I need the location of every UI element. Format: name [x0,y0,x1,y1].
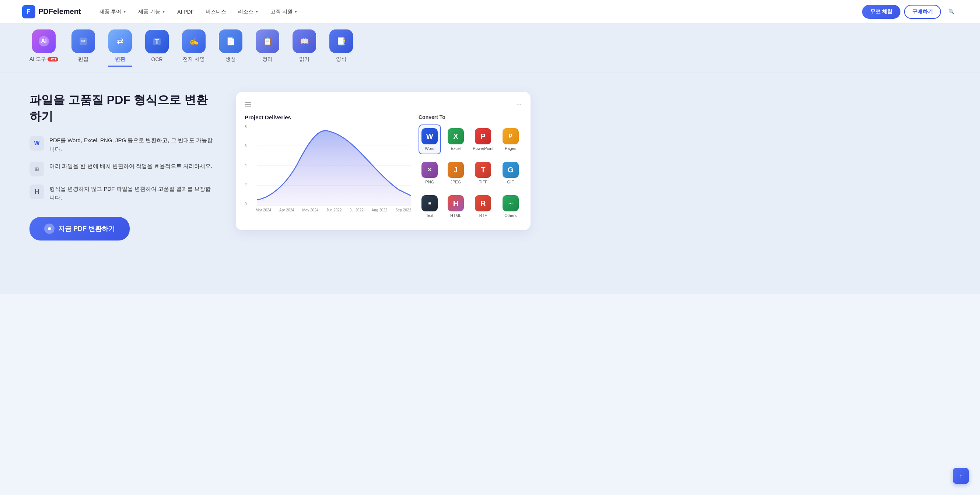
convert-grid: W Word X Excel P PowerPoint [418,124,522,221]
cta-label: 지금 PDF 변환하기 [58,224,115,233]
cat-item-sign[interactable]: ✍ 전자 서명 [182,30,205,67]
cat-icon-form: 📑 [329,30,353,53]
cat-item-form[interactable]: 📑 양식 [329,30,353,67]
svg-text:AI: AI [41,38,47,44]
chevron-down-icon-features: ▼ [162,10,165,14]
cat-label-edit: 편집 [78,56,88,63]
convert-item-gif[interactable]: G GIF [499,158,522,188]
nav-label-features: 제품 기능 [138,8,160,15]
convert-item-ppt[interactable]: P PowerPoint [471,124,496,154]
feature-icon-2: ⊞ [29,162,44,176]
convert-label-gif: GIF [508,180,514,184]
cat-item-ai[interactable]: AI AI 도구 HOT [29,30,58,67]
feature-icon-3: H [29,184,44,199]
convert-label-excel: Excel [450,146,461,151]
convert-icon-word: W [422,128,438,144]
convert-label-text: Text [426,213,433,218]
x-label-3: May 2024 [302,208,318,212]
logo-icon: F [22,5,35,18]
convert-label-word: Word [425,146,434,151]
chevron-down-icon-tour: ▼ [123,10,126,14]
convert-item-others[interactable]: ··· Others [499,192,522,221]
x-label-2: Apr 2024 [279,208,294,212]
convert-label-html: HTML [450,213,461,218]
feature-item-3: H 형식을 변경하지 않고 PDF 파일을 변환하여 고품질 결과를 보장합니다… [29,184,214,202]
nav-label-ai: AI PDF [177,9,194,15]
nav-item-tour[interactable]: 제품 투어 ▼ [94,6,132,18]
logo-text: PDFelement [38,7,81,16]
svg-text:✏: ✏ [81,38,86,44]
menu-dots-icon[interactable]: ··· [516,100,522,108]
convert-item-jpeg[interactable]: J JPEG [445,158,467,188]
cat-icon-organize: 📋 [256,30,279,53]
svg-text:T: T [155,38,159,46]
nav-label-resources: 리소스 [238,8,253,15]
x-label-6: Aug 2022 [372,208,388,212]
cta-button[interactable]: ⊕ 지금 PDF 변환하기 [29,217,130,241]
nav-item-features[interactable]: 제품 기능 ▼ [133,6,170,18]
convert-icon-png: ✕ [422,162,438,178]
convert-item-png[interactable]: ✕ PNG [418,158,441,188]
cat-icon-ai: AI [32,30,56,53]
cat-item-ocr[interactable]: T OCR [145,30,169,66]
cat-item-organize[interactable]: 📋 정리 [256,30,279,67]
cat-label-ai: AI 도구 HOT [29,56,58,63]
cat-label-read: 읽기 [299,56,309,63]
cat-item-convert[interactable]: ⇄ 변환 [108,30,132,67]
cat-label-convert: 변환 [115,56,125,63]
nav-item-resources[interactable]: 리소스 ▼ [233,6,264,18]
cat-icon-sign: ✍ [182,30,205,53]
free-trial-button[interactable]: 무료 체험 [862,5,900,19]
nav-item-biz[interactable]: 비즈니스 [200,6,231,18]
feature-text-1: PDF를 Word, Excel, PNG, JPG 등으로 변환하고, 그 반… [49,136,214,154]
header: F PDFelement 제품 투어 ▼ 제품 기능 ▼ AI PDF 비즈니스… [0,0,980,24]
convert-label-rtf: RTF [479,213,487,218]
convert-item-tiff[interactable]: T TIFF [471,158,496,188]
convert-item-excel[interactable]: X Excel [445,124,467,154]
convert-icon-html: H [448,195,464,211]
cat-icon-create: 📄 [219,30,242,53]
main-content: 파일을 고품질 PDF 형식으로 변환하기 W PDF를 Word, Excel… [0,73,980,294]
cat-icon-edit: ✏ [72,30,95,53]
cat-item-create[interactable]: 📄 생성 [219,30,242,67]
convert-item-html[interactable]: H HTML [445,192,467,221]
convert-item-word[interactable]: W Word [418,124,441,154]
convert-label-ppt: PowerPoint [473,146,493,151]
left-section: 파일을 고품질 PDF 형식으로 변환하기 W PDF를 Word, Excel… [29,92,214,241]
chart-x-labels: Mar 2024 Apr 2024 May 2024 Jun 2022 Jul … [245,206,411,212]
nav-label-biz: 비즈니스 [205,8,226,15]
cat-item-read[interactable]: 📖 읽기 [293,30,316,67]
convert-icon-gif: G [503,162,519,178]
convert-item-rtf[interactable]: R RTF [471,192,496,221]
chart-title: Project Deliveries [245,114,411,121]
convert-item-pages[interactable]: P Pages [499,124,522,154]
x-label-4: Jun 2022 [326,208,342,212]
nav-item-ai[interactable]: AI PDF [172,6,199,17]
convert-item-text[interactable]: ≡ Text [418,192,441,221]
buy-button[interactable]: 구매하기 [904,5,941,19]
cat-label-create: 생성 [226,56,236,63]
right-section: ··· Project Deliveries 8 6 4 2 0 [236,92,531,230]
svg-text:📄: 📄 [226,37,235,46]
convert-icon-rtf: R [475,195,491,211]
x-label-5: Jul 2022 [350,208,364,212]
nav: 제품 투어 ▼ 제품 기능 ▼ AI PDF 비즈니스 리소스 ▼ 고객 지원 … [94,6,862,18]
nav-item-support[interactable]: 고객 지원 ▼ [265,6,303,18]
convert-label-pages: Pages [505,146,516,151]
nav-label-tour: 제품 투어 [99,8,122,15]
os-icon: ⊕ [44,224,54,234]
chart-y-labels: 8 6 4 2 0 [245,125,247,206]
search-button[interactable]: 🔍 [945,5,958,18]
dashboard-card: ··· Project Deliveries 8 6 4 2 0 [236,92,531,230]
nav-label-support: 고객 지원 [270,8,293,15]
hot-badge: HOT [48,57,58,62]
cat-icon-read: 📖 [293,30,316,53]
chart-section: Project Deliveries 8 6 4 2 0 [245,114,411,221]
svg-text:📖: 📖 [300,37,309,46]
convert-to-title: Convert To [418,114,522,120]
hamburger-icon[interactable] [245,102,251,107]
cat-label-form: 양식 [336,56,346,63]
cat-item-edit[interactable]: ✏ 편집 [72,30,95,67]
feature-text-2: 여러 파일을 한 번에 배치 변환하여 작업을 효율적으로 처리하세요. [49,162,213,171]
logo-area[interactable]: F PDFelement [22,5,81,18]
